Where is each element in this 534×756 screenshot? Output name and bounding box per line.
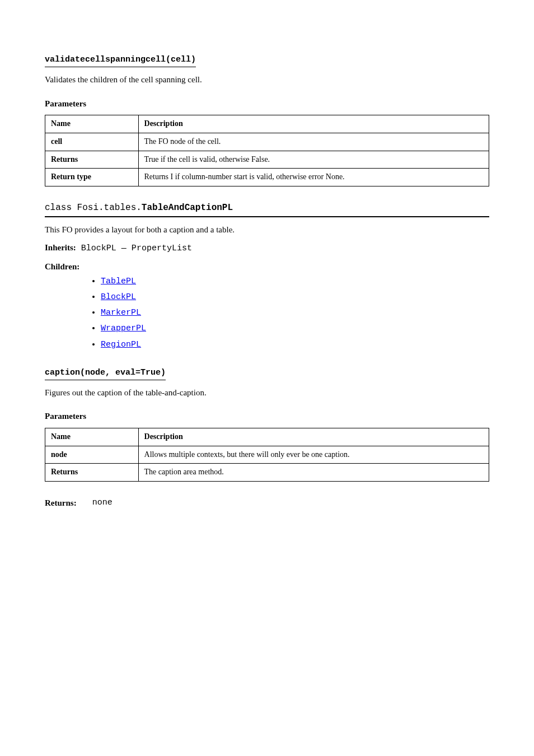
list-item: RegionPL bbox=[101, 339, 489, 351]
method-signature: validatecellspanningcell(cell) bbox=[45, 54, 196, 67]
children-label: Children: bbox=[45, 261, 489, 272]
table-row: cell The FO node of the cell. bbox=[45, 133, 489, 151]
child-link[interactable]: WrapperPL bbox=[101, 324, 146, 333]
table-header-row: Name Description bbox=[45, 115, 489, 133]
inherits-line: Inherits: BlockPL — PropertyList bbox=[45, 242, 489, 254]
param-name: cell bbox=[45, 133, 139, 151]
table-row: node Allows multiple contexts, but there… bbox=[45, 446, 489, 464]
method-signature: caption(node, eval=True) bbox=[45, 367, 166, 380]
child-link[interactable]: BlockPL bbox=[101, 292, 136, 302]
class-title-prefix: class Fosi.tables. bbox=[45, 203, 142, 213]
header-desc: Description bbox=[138, 115, 489, 133]
table-header-row: Name Description bbox=[45, 428, 489, 446]
param-name: Returns bbox=[45, 151, 139, 169]
class-section-tableandcaptionpl: class Fosi.tables.TableAndCaptionPL This… bbox=[45, 202, 489, 351]
param-desc: The FO node of the cell. bbox=[138, 133, 489, 151]
method-description: Figures out the caption of the table-and… bbox=[45, 387, 489, 398]
parameters-table: Name Description node Allows multiple co… bbox=[45, 428, 489, 482]
child-link[interactable]: MarkerPL bbox=[101, 308, 141, 318]
parameters-label: Parameters bbox=[45, 98, 489, 109]
class-title: class Fosi.tables.TableAndCaptionPL bbox=[45, 202, 489, 217]
children-list: TablePL BlockPL MarkerPL WrapperPL Regio… bbox=[45, 276, 489, 351]
header-name: Name bbox=[45, 428, 139, 446]
list-item: BlockPL bbox=[101, 292, 489, 303]
param-name: Return type bbox=[45, 169, 139, 186]
list-item: WrapperPL bbox=[101, 323, 489, 334]
param-desc: Allows multiple contexts, but there will… bbox=[138, 446, 489, 464]
class-title-name: TableAndCaptionPL bbox=[142, 203, 233, 213]
child-link[interactable]: RegionPL bbox=[101, 340, 141, 349]
method-description: Validates the children of the cell spann… bbox=[45, 74, 489, 85]
class-description: This FO provides a layout for both a cap… bbox=[45, 224, 489, 235]
inherits-value: BlockPL — PropertyList bbox=[81, 244, 192, 253]
header-name: Name bbox=[45, 115, 139, 133]
parameters-label: Parameters bbox=[45, 410, 489, 422]
method-section-caption: caption(node, eval=True) Figures out the… bbox=[45, 366, 489, 509]
list-item: MarkerPL bbox=[101, 307, 489, 319]
param-desc: The caption area method. bbox=[138, 464, 489, 482]
param-name: node bbox=[45, 446, 139, 464]
header-desc: Description bbox=[138, 428, 489, 446]
method-section-validatecellspanningcell: validatecellspanningcell(cell) Validates… bbox=[45, 53, 489, 186]
param-name: Returns bbox=[45, 464, 139, 482]
table-row: Returns The caption area method. bbox=[45, 464, 489, 482]
param-desc: True if the cell is valid, otherwise Fal… bbox=[138, 151, 489, 169]
table-row: Returns True if the cell is valid, other… bbox=[45, 151, 489, 169]
list-item: TablePL bbox=[101, 276, 489, 287]
child-link[interactable]: TablePL bbox=[101, 277, 136, 286]
table-row: Return type Returns I if column-number s… bbox=[45, 169, 489, 186]
param-desc: Returns I if column-number start is vali… bbox=[138, 169, 489, 186]
parameters-table: Name Description cell The FO node of the… bbox=[45, 115, 489, 187]
returns-value: none bbox=[92, 497, 113, 508]
returns-label: Returns: bbox=[45, 497, 77, 508]
inherits-label: Inherits: bbox=[45, 243, 76, 252]
returns-row: Returns: none bbox=[45, 497, 489, 508]
